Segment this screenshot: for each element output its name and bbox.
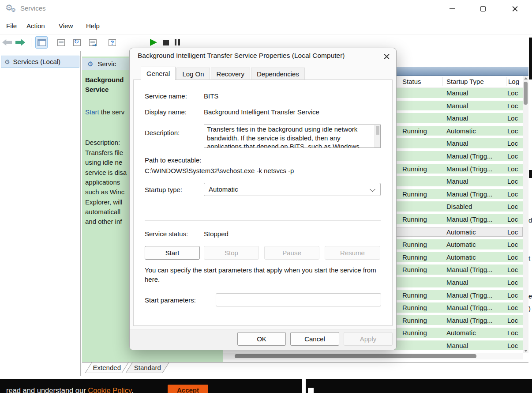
horizontal-scrollbar[interactable] <box>223 353 523 359</box>
close-button[interactable] <box>505 0 525 18</box>
tab-dependencies[interactable]: Dependencies <box>251 68 305 80</box>
cell-startup-type: Manual <box>446 139 468 148</box>
column-header-startup-type[interactable]: Startup Type <box>446 78 484 85</box>
tab-log-on[interactable]: Log On <box>176 68 210 80</box>
close-icon <box>383 53 390 60</box>
cell-startup-type: Automatic <box>446 228 476 237</box>
background-text-fragment: ) <box>528 305 532 312</box>
cell-startup-type: Manual (Trigg... <box>446 303 492 312</box>
ok-button[interactable]: OK <box>237 332 286 346</box>
minimize-icon <box>450 8 455 9</box>
export-list-button[interactable] <box>86 36 99 49</box>
column-header-log-on-as[interactable]: Log <box>508 78 519 85</box>
cell-status: Running <box>402 329 427 337</box>
tab-standard[interactable]: Standard <box>126 363 169 373</box>
startup-type-select[interactable]: Automatic <box>204 183 381 196</box>
tree-item-services-local[interactable]: ⚙ Services (Local) <box>1 56 79 68</box>
start-service-button[interactable] <box>147 36 160 49</box>
cancel-button[interactable]: Cancel <box>290 332 339 346</box>
description-text-line: Transfers files in the background using … <box>207 125 380 134</box>
cell-log-on-as: Loc <box>507 202 518 211</box>
description-line: Transfers file <box>85 149 123 156</box>
cell-startup-type: Automatic <box>446 127 476 136</box>
path-to-executable-label: Path to executable: <box>145 156 201 164</box>
cell-startup-type: Manual <box>446 89 468 98</box>
menu-item-file[interactable]: File <box>4 18 19 34</box>
start-parameters-input[interactable] <box>216 293 381 306</box>
selected-service-title-line1: Background <box>85 76 124 83</box>
forward-button[interactable] <box>14 36 26 49</box>
back-button[interactable] <box>1 36 13 49</box>
menu-item-view[interactable]: View <box>56 18 75 34</box>
help-button[interactable] <box>106 36 118 49</box>
cell-startup-type: Automatic <box>446 253 476 262</box>
description-text-line: bandwidth. If the service is disabled, t… <box>207 134 380 143</box>
accept-button[interactable]: Accept <box>168 385 208 393</box>
tab-recovery[interactable]: Recovery <box>211 68 250 80</box>
toolbar-separator <box>31 38 31 47</box>
screen: ⚙ ⚙ Services File Action View Help ⚙ Ser… <box>0 0 532 393</box>
description-box[interactable]: Transfers files in the background using … <box>204 125 381 148</box>
cell-startup-type: Manual (Trigg... <box>446 291 492 300</box>
apply-button[interactable]: Apply <box>344 332 393 346</box>
cell-log-on-as: Loc <box>507 240 518 249</box>
service-name-label: Service name: <box>145 92 187 100</box>
maximize-button[interactable] <box>473 0 493 18</box>
resume-button[interactable]: Resume <box>325 246 380 260</box>
cell-log-on-as: Loc <box>507 341 518 350</box>
scroll-down-icon[interactable] <box>524 350 528 352</box>
description-line: service is disa <box>85 169 127 176</box>
stop-icon <box>163 40 169 45</box>
pause-button[interactable]: Pause <box>264 246 319 260</box>
scroll-up-icon[interactable] <box>524 77 528 79</box>
stop-button[interactable]: Stop <box>204 246 259 260</box>
properties-button[interactable] <box>55 36 67 49</box>
cell-status: Running <box>402 165 427 174</box>
cookie-bar-fragment <box>308 388 314 393</box>
cookie-policy-link[interactable]: Cookie Policy <box>88 386 131 393</box>
startup-type-label: Startup type: <box>145 186 182 193</box>
scrollbar-thumb[interactable] <box>235 354 476 358</box>
dialog-button-bar: OK Cancel Apply <box>130 329 397 350</box>
start-service-link[interactable]: Start <box>85 108 99 116</box>
tab-extended-label: Extended <box>89 363 125 373</box>
tab-extended[interactable]: Extended <box>85 363 129 373</box>
path-to-executable-value: C:\WINDOWS\System32\svchost.exe -k netsv… <box>145 167 294 174</box>
scrollbar-thumb[interactable] <box>524 82 528 105</box>
dialog-close-button[interactable] <box>378 50 394 63</box>
service-name-value: BITS <box>204 92 218 100</box>
stop-service-button[interactable] <box>160 36 172 49</box>
cell-status: Running <box>402 316 427 325</box>
background-window-edge <box>529 170 532 178</box>
export-list-icon <box>89 39 97 46</box>
pause-service-button[interactable] <box>171 36 184 49</box>
cell-log-on-as: Loc <box>507 190 518 199</box>
column-separator[interactable] <box>506 77 506 86</box>
tab-general[interactable]: General <box>141 67 176 80</box>
vertical-scrollbar[interactable] <box>523 76 528 353</box>
show-console-tree-button[interactable] <box>35 36 48 49</box>
cell-startup-type: Manual (Trigg... <box>446 215 492 224</box>
description-text-line: applications that depend on BITS, such a… <box>207 142 380 148</box>
column-header-status[interactable]: Status <box>402 78 421 85</box>
cell-log-on-as: Loc <box>507 177 518 186</box>
description-scrollbar[interactable] <box>375 125 380 147</box>
selected-service-title-line2: Service <box>85 86 109 93</box>
menu-item-help[interactable]: Help <box>83 18 102 34</box>
tab-page-general: Service name: BITS Display name: Backgro… <box>133 79 393 326</box>
column-separator[interactable] <box>442 77 442 86</box>
menu-item-action[interactable]: Action <box>24 18 48 34</box>
start-parameters-hint: You can specify the start parameters tha… <box>145 265 383 284</box>
cell-log-on-as: Loc <box>507 278 518 287</box>
cell-log-on-as: Loc <box>507 102 518 110</box>
dialog-tab-strip: General Log On Recovery Dependencies <box>141 68 305 80</box>
display-name-value: Background Intelligent Transfer Service <box>204 108 319 116</box>
services-node-icon: ⚙ <box>4 58 10 65</box>
gear-small-icon: ⚙ <box>11 7 16 13</box>
display-name-label: Display name: <box>145 108 187 116</box>
minimize-button[interactable] <box>442 0 462 18</box>
scrollbar-thumb[interactable] <box>376 126 379 135</box>
refresh-button[interactable] <box>71 36 83 49</box>
cell-log-on-as: Loc <box>507 329 518 337</box>
start-button[interactable]: Start <box>145 246 200 260</box>
